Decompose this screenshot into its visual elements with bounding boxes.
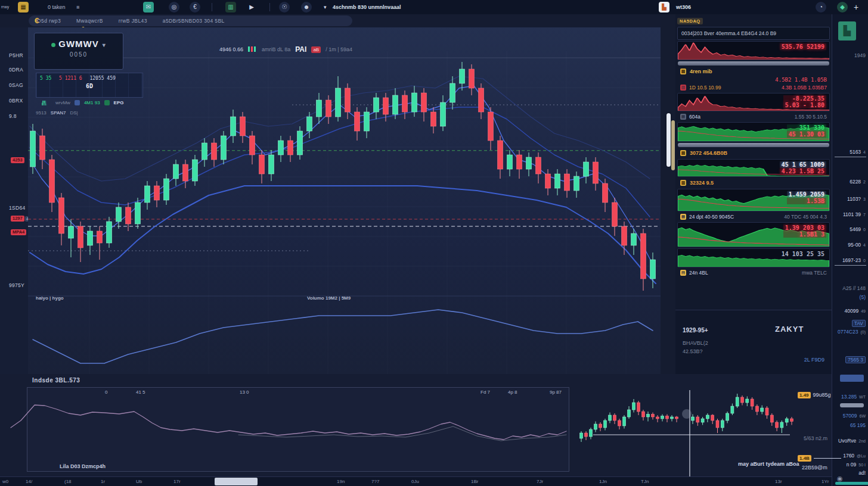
- candle-body: [585, 433, 588, 437]
- user-icon[interactable]: ☻: [301, 2, 312, 13]
- trading-app: rrwy ▦ 0 taken ≡ ✉ ◎ € ▥ ▶ ☉ ☻ ▾ 4schnmb…: [0, 0, 868, 486]
- tab-2[interactable]: rrwB JBL43: [119, 18, 147, 24]
- watchlist-divider-bar[interactable]: [678, 143, 829, 147]
- candle-body: [755, 406, 758, 412]
- ladder-row: (5): [833, 294, 866, 300]
- price-line-2: 5.03 - 1.80: [783, 102, 826, 108]
- candle-body: [30, 131, 36, 167]
- currency-icon[interactable]: €: [190, 2, 200, 13]
- tab-1[interactable]: MwaqwcrB: [76, 18, 103, 24]
- indicator-icon[interactable]: [75, 100, 80, 105]
- watchlist-label-row[interactable]: ▤4ren mib: [675, 67, 832, 76]
- price-line-2: 4.23 1.5B 25: [780, 168, 826, 175]
- candle-body: [288, 141, 293, 155]
- watchlist-divider-bar[interactable]: [678, 61, 829, 66]
- tab-3[interactable]: a5DBr5BNBD03 304 5BL: [163, 18, 225, 24]
- item-value: 4.3B 1.05B 1.035B7: [782, 85, 827, 91]
- indicator-legend-2[interactable]: 9513 SPAN7 DS|: [36, 110, 78, 116]
- watchlist-sparkline-row[interactable]: -8.225.355.03 - 1.80: [677, 93, 830, 111]
- gem-icon[interactable]: ◆: [837, 2, 848, 13]
- candle-body: [647, 415, 650, 418]
- watchlist-sparkline-row[interactable]: 351 33045 1.30 03: [677, 122, 830, 142]
- watchlist-item[interactable]: ▥1D 10.5 10.994.3B 1.05B 1.035B7: [675, 83, 832, 92]
- watchlist-sparkline-row[interactable]: 535.76 52199: [677, 41, 830, 60]
- watchlist-label-row[interactable]: ▤3072 454.6B0B: [675, 148, 832, 158]
- ladder-row: 1949: [833, 52, 866, 58]
- mini-label-2: 5/63 n2.m: [804, 435, 827, 441]
- main-chart-panel: GWMWV▾ 0050 5 35 5 1211 6 12055 459 6D w…: [28, 27, 661, 374]
- ladder-row: 95-004: [833, 242, 866, 248]
- chevron-down-icon: ▾: [103, 42, 106, 48]
- vertical-scrollbar-thumb[interactable]: [666, 113, 671, 167]
- candle-body: [593, 162, 599, 183]
- candle-body: [580, 433, 583, 438]
- bell-icon[interactable]: ◎: [169, 2, 179, 13]
- add-button[interactable]: +: [854, 0, 858, 14]
- time-axis-label: 13r: [775, 479, 782, 484]
- candle-body: [307, 117, 312, 131]
- watchlist-rows: NA5DAQ0034|203 Bver 40emma.4 EB4G4 24.0 …: [675, 14, 832, 277]
- candle-body: [173, 164, 179, 179]
- watchlist-sparkline-row[interactable]: 14 103 25 35: [677, 248, 830, 267]
- progress-bar: [835, 482, 868, 485]
- globe-icon[interactable]: ☉: [279, 2, 290, 13]
- horizontal-scrollbar-thumb[interactable]: [215, 478, 258, 485]
- ladder-row[interactable]: 7565 3: [833, 356, 866, 363]
- watchlist-item[interactable]: ▤24n 4BLmwa TELC: [675, 269, 832, 277]
- price-line-1: 1.39 203 03: [783, 225, 826, 231]
- candle-body: [609, 415, 612, 420]
- mini-label-3: 22B59@m: [802, 465, 827, 471]
- ladder-sub: 0: [863, 228, 866, 232]
- watchlist-panel: NA5DAQ0034|203 Bver 40emma.4 EB4G4 24.0 …: [675, 14, 832, 374]
- price-axis-label: 0BRX: [9, 98, 23, 104]
- stats-icon[interactable]: ▙: [659, 2, 669, 13]
- ladder-row[interactable]: TAV: [833, 320, 866, 327]
- symbol-selector[interactable]: GWMWV▾ 0050: [34, 33, 123, 70]
- candle-body: [701, 419, 704, 422]
- item-value: mwa TELC: [802, 270, 827, 276]
- candle-body: [431, 112, 436, 126]
- cursor-icon[interactable]: ▶: [246, 2, 257, 13]
- watchlist-sparkline-row[interactable]: 1.39 203 031.5B1 3: [677, 222, 830, 247]
- ladder-sub: 49: [861, 309, 866, 313]
- candle-body: [765, 408, 768, 415]
- time-axis-label: 7Jr: [537, 479, 543, 484]
- summary-link[interactable]: 2L F9D9: [804, 357, 824, 363]
- ladder-value: A25 // 148: [842, 285, 866, 291]
- candle-body: [278, 141, 284, 155]
- time-axis-label: 1Br: [471, 479, 478, 484]
- platform-logo-icon[interactable]: €: [35, 16, 44, 25]
- time-axis-label: 1Yr: [822, 479, 829, 484]
- ladder-row: 1697-230: [833, 257, 866, 263]
- pin-icon[interactable]: ▾: [324, 0, 327, 14]
- chat-icon[interactable]: ✉: [143, 2, 154, 13]
- watchlist-logo-icon[interactable]: ▙: [838, 21, 856, 40]
- watchlist-sparkline-row[interactable]: 45 1 65 10094.23 1.5B 25: [677, 159, 830, 177]
- watchlist-item[interactable]: ▦604a1.55 30 5.10.5: [675, 113, 832, 121]
- candle-body: [652, 415, 655, 418]
- app-grid-icon[interactable]: ▦: [18, 2, 29, 13]
- indicator-icon[interactable]: [104, 100, 110, 105]
- item-icon: ▦: [680, 114, 686, 120]
- price-axis-label: 9.8: [9, 113, 17, 119]
- candle-body: [594, 424, 597, 429]
- indicator-legend-1[interactable]: wrvMw 4M1 93 EPG: [36, 100, 123, 105]
- watchlist-label-row[interactable]: ▥32324 9.5: [675, 178, 832, 188]
- menu-icon[interactable]: ≡: [76, 0, 79, 14]
- chart-icon[interactable]: ▥: [225, 2, 236, 13]
- watchlist-item[interactable]: ▦24 dpt 40-50 9045C40 TDC 45 004 4.3: [675, 213, 832, 221]
- ladder-row: 570096W: [833, 413, 866, 419]
- time-axis-label: TJn: [641, 479, 649, 484]
- photo-icon[interactable]: ◔: [816, 2, 826, 13]
- mini-inner-label: may aBurt tydeam aBoa: [738, 461, 799, 467]
- vertical-scrollbar-thumb-2[interactable]: [671, 120, 675, 170]
- candle-body: [383, 98, 389, 114]
- candle-body: [731, 406, 734, 413]
- candle-body: [613, 415, 616, 420]
- watchlist-sparkline-row[interactable]: 1.459 20591.53B: [677, 189, 830, 211]
- candle-body: [780, 422, 783, 428]
- ladder-sub: 6W: [860, 414, 866, 418]
- candle-body: [656, 417, 659, 419]
- summary-sub2: 42.53B?: [683, 348, 703, 354]
- ladder-badge[interactable]: [840, 375, 864, 382]
